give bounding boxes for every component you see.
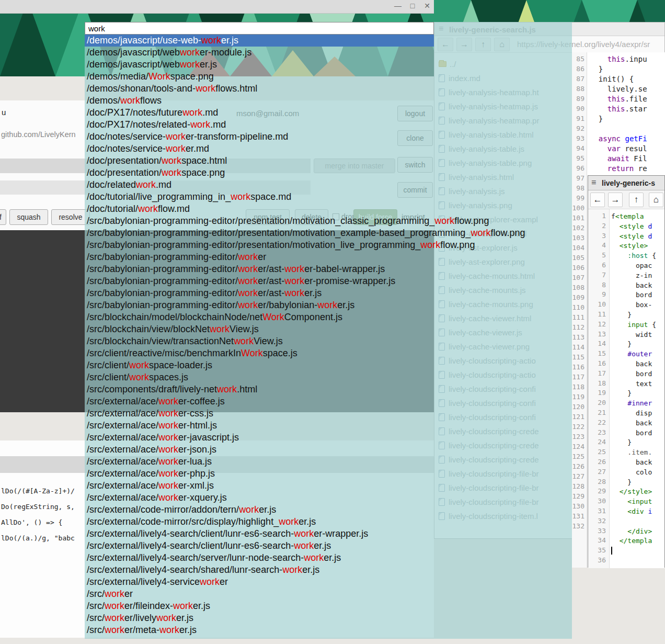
search-result-item[interactable]: /doc/presentation/workspace.html	[85, 155, 434, 167]
search-result-item[interactable]: /src/external/ace/worker-json.js	[85, 444, 434, 456]
code-line[interactable]: 35	[588, 546, 664, 556]
code-text[interactable]: this.file	[590, 95, 647, 103]
code-line[interactable]: 12 input {	[588, 320, 664, 330]
search-result-item[interactable]: /demos/javascript/webworker-module.js	[85, 47, 434, 59]
search-result-item[interactable]: /src/external/lively4-search/shared/lunr…	[85, 564, 434, 576]
maximize-icon[interactable]: □	[407, 2, 418, 10]
code-text[interactable]: }	[611, 478, 632, 486]
code-line[interactable]: 32	[588, 516, 664, 526]
search-result-item[interactable]: /doc/PX17/notes/futurework.md	[85, 107, 434, 119]
search-result-item[interactable]: /src/babylonian-programming-editor/prese…	[85, 227, 434, 239]
search-result-item[interactable]: /src/external/ace/worker-xml.js	[85, 480, 434, 492]
code-text[interactable]: <style>	[611, 242, 648, 250]
clipped-button[interactable]: f	[0, 209, 6, 225]
search-result-item[interactable]: /src/external/ace/worker-css.js	[85, 408, 434, 420]
code-text[interactable]: back	[611, 458, 652, 466]
code-text[interactable]: async getFi	[590, 134, 647, 143]
search-result-item[interactable]: /src/client/workspace-loader.js	[85, 359, 434, 371]
code-text[interactable]: input {	[611, 321, 656, 329]
code-text[interactable]: }	[611, 311, 632, 319]
code-text[interactable]: opac	[611, 262, 652, 269]
search-result-item[interactable]: /demos/media/Workspace.png	[85, 71, 434, 83]
menu-icon[interactable]: ≡	[591, 178, 596, 187]
code-line[interactable]: 91 }	[572, 114, 665, 123]
code-line[interactable]: 36	[588, 556, 664, 566]
code-text[interactable]: </style>	[611, 488, 652, 495]
search-result-item[interactable]: /src/external/lively4-serviceworker	[85, 576, 434, 588]
search-result-item[interactable]: /src/external/lively4-search/client/lunr…	[85, 540, 434, 552]
search-result-item[interactable]: /src/blockchain/model/blockchainNode/net…	[85, 311, 434, 323]
code-line[interactable]: 10 box-	[588, 300, 664, 310]
search-result-item[interactable]: /src/worker/livelyworker.js	[85, 612, 434, 624]
search-result-item[interactable]: /src/components/draft/lively-network.htm…	[85, 383, 434, 396]
code-text[interactable]: back	[611, 419, 652, 427]
code-line[interactable]: 19 }	[588, 388, 664, 398]
minimize-icon[interactable]: —	[392, 2, 404, 10]
code-line[interactable]: 15 #outer	[588, 349, 664, 359]
search-result-item[interactable]: /src/client/reactive/misc/benchmarkInWor…	[85, 347, 434, 359]
code-text[interactable]: back	[611, 360, 652, 368]
code-text[interactable]: lively.se	[590, 85, 647, 93]
code-text[interactable]: .item.	[611, 448, 652, 456]
code-line[interactable]: 30 <input	[588, 496, 664, 506]
forward-button[interactable]: →	[608, 193, 623, 207]
code-line[interactable]: 2 <style d	[588, 221, 664, 231]
squash-button[interactable]: squash	[9, 209, 48, 225]
code-text[interactable]: disp	[611, 409, 652, 417]
search-result-item[interactable]: /demos/shonan/tools-and-workflows.html	[85, 83, 434, 95]
code-text[interactable]: z-in	[611, 272, 652, 279]
code-line[interactable]: 3 <style d	[588, 231, 664, 241]
code-line[interactable]: 33 </div>	[588, 526, 664, 536]
code-line[interactable]: 89 this.file	[572, 94, 665, 104]
code-line[interactable]: 6 opac	[588, 261, 664, 270]
code-line[interactable]: 27 colo	[588, 467, 664, 477]
code-line[interactable]: 9 bord	[588, 290, 664, 300]
code-line[interactable]: 5 :host {	[588, 251, 664, 261]
code-line[interactable]: 28 }	[588, 477, 664, 487]
close-icon[interactable]: ✕	[421, 2, 433, 10]
search-result-item[interactable]: /src/babylonian-programming-editor/worke…	[85, 287, 434, 299]
code-line[interactable]: 34 </templa	[588, 536, 664, 546]
search-result-item[interactable]: /doc/tutorial/workflow.md	[85, 203, 434, 215]
code-text[interactable]: widt	[611, 331, 652, 338]
code-text[interactable]	[611, 547, 612, 555]
code-line[interactable]: 31 <div i	[588, 506, 664, 516]
code-line[interactable]: 22 back	[588, 418, 664, 428]
code-text[interactable]: <style d	[611, 232, 652, 240]
search-result-item[interactable]: /src/external/lively4-search/client/lunr…	[85, 528, 434, 540]
code-line[interactable]: 93 async getFi	[572, 133, 665, 143]
code-text[interactable]: <style d	[611, 222, 652, 230]
code-line[interactable]: 8 back	[588, 280, 664, 290]
search-result-item[interactable]: /src/client/workspaces.js	[85, 371, 434, 383]
template-editor[interactable]: 1f<templa2 <style d3 <style d4 <style>5 …	[588, 209, 664, 568]
code-line[interactable]: 25 .item.	[588, 447, 664, 457]
search-result-item[interactable]: /doc/relatedwork.md	[85, 179, 434, 191]
search-result-item[interactable]: /src/external/code-mirror/addon/tern/wor…	[85, 504, 434, 516]
code-line[interactable]: 23 bord	[588, 428, 664, 438]
search-result-item[interactable]: /src/babylonian-programming-editor/worke…	[85, 299, 434, 311]
code-line[interactable]: 11 }	[588, 310, 664, 320]
code-text[interactable]: box-	[611, 301, 652, 309]
code-text[interactable]: #inner	[611, 399, 652, 407]
code-text[interactable]: bord	[611, 291, 652, 299]
code-line[interactable]: 26 back	[588, 457, 664, 467]
search-result-item[interactable]: /src/worker/meta-worker.js	[85, 624, 434, 636]
code-text[interactable]: :host {	[611, 252, 656, 259]
code-line[interactable]: 88 lively.se	[572, 84, 665, 94]
search-result-item[interactable]: /src/external/ace/worker-coffee.js	[85, 396, 434, 408]
code-line[interactable]: 85 this.inpu	[572, 54, 665, 64]
code-line[interactable]: 20 #inner	[588, 398, 664, 408]
code-text[interactable]: var resul	[590, 144, 647, 153]
code-line[interactable]: 4 <style>	[588, 241, 664, 251]
code-line[interactable]: 13 widt	[588, 330, 664, 340]
code-text[interactable]: this.star	[590, 105, 647, 113]
code-line[interactable]: 16 back	[588, 359, 664, 369]
search-result-item[interactable]: /doc/notes/service-worker.md	[85, 143, 434, 155]
code-text[interactable]: this.inpu	[590, 55, 647, 63]
search-result-item[interactable]: /src/external/ace/worker-javascript.js	[85, 432, 434, 444]
code-text[interactable]: }	[611, 438, 632, 446]
search-result-item[interactable]: /src/external/lively4-search/server/lunr…	[85, 552, 434, 564]
code-line[interactable]: 7 z-in	[588, 270, 664, 280]
search-result-item[interactable]: /demos/workflows	[85, 95, 434, 107]
search-result-item[interactable]: /src/babylonian-programming-editor/prese…	[85, 239, 434, 251]
